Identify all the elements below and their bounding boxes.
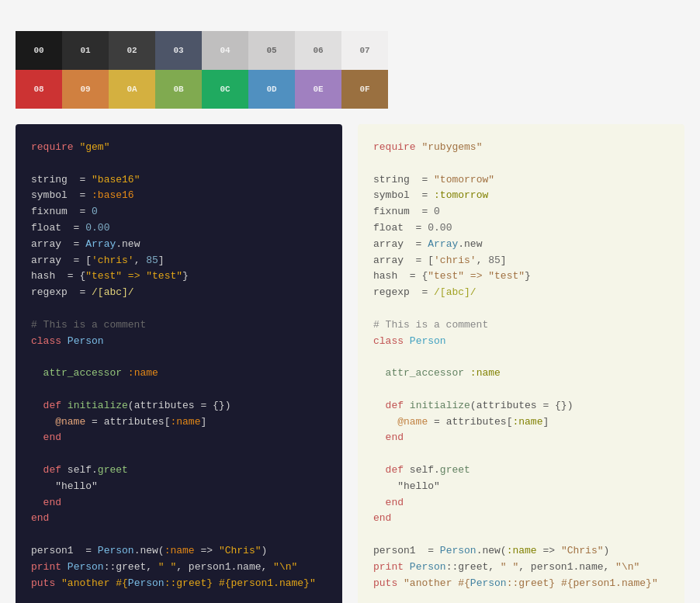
code-line: # This is a comment (31, 317, 327, 334)
code-line (31, 349, 327, 366)
color-row-1: 0001020304050607 (16, 31, 388, 70)
code-line: print Person::greet, " ", person1.name, … (31, 560, 327, 576)
code-line: fixnum = 0 (373, 204, 669, 220)
code-line: attr_accessor :name (373, 366, 669, 382)
color-swatch-06: 06 (295, 31, 341, 70)
code-line: array = Array.new (31, 237, 327, 253)
color-swatch-08: 08 (16, 70, 62, 109)
code-line: end (373, 495, 669, 511)
color-swatch-01: 01 (62, 31, 109, 70)
code-line: "hello" (373, 479, 669, 495)
code-line: string = "base16" (31, 172, 327, 189)
code-line (373, 301, 669, 317)
code-line: require "gem" (31, 140, 327, 156)
code-line: end (31, 430, 327, 446)
color-palette: 0001020304050607 08090A0B0C0D0E0F (16, 31, 388, 109)
code-line: array = ['chris', 85] (31, 253, 327, 269)
code-line (31, 301, 327, 317)
code-line: person1 = Person.new(:name => "Chris") (31, 543, 327, 560)
code-line: regexp = /[abc]/ (31, 285, 327, 301)
code-line: puts "another #{Person::greet} #{person1… (373, 576, 669, 592)
color-swatch-0a: 0A (109, 70, 155, 109)
code-line: string = "tomorrow" (373, 172, 669, 189)
color-swatch-03: 03 (155, 31, 202, 70)
code-line: symbol = :tomorrow (373, 188, 669, 204)
code-line: regexp = /[abc]/ (373, 285, 669, 301)
code-line: print Person::greet, " ", person1.name, … (373, 560, 669, 576)
code-line: attr_accessor :name (31, 366, 327, 382)
code-line: array = ['chris', 85] (373, 253, 669, 269)
code-line (31, 527, 327, 543)
code-panels: require "gem" string = "base16"symbol = … (16, 124, 684, 603)
light-code-panel: require "rubygems" string = "tomorrow"sy… (358, 124, 684, 603)
color-swatch-04: 04 (202, 31, 248, 70)
color-swatch-09: 09 (62, 70, 109, 109)
color-swatch-00: 00 (16, 31, 62, 70)
code-line (373, 527, 669, 543)
color-row-2: 08090A0B0C0D0E0F (16, 70, 388, 109)
code-line: array = Array.new (373, 237, 669, 253)
code-line: def self.greet (31, 463, 327, 479)
code-line: person1 = Person.new(:name => "Chris") (373, 543, 669, 560)
code-line: @name = attributes[:name] (373, 414, 669, 431)
code-line: require "rubygems" (373, 140, 669, 156)
color-swatch-05: 05 (248, 31, 295, 70)
code-line (373, 156, 669, 172)
code-line: end (31, 495, 327, 511)
color-swatch-0e: 0E (295, 70, 341, 109)
color-swatch-0f: 0F (341, 70, 388, 109)
code-line: class Person (373, 334, 669, 350)
code-line (31, 156, 327, 172)
code-line (31, 382, 327, 398)
code-line: end (373, 511, 669, 527)
code-line: class Person (31, 334, 327, 350)
code-line: symbol = :base16 (31, 188, 327, 204)
code-line: fixnum = 0 (31, 204, 327, 220)
code-line: "hello" (31, 479, 327, 495)
code-line: float = 0.00 (373, 220, 669, 237)
code-line (373, 382, 669, 398)
color-swatch-07: 07 (341, 31, 388, 70)
color-swatch-0d: 0D (248, 70, 295, 109)
code-line: puts "another #{Person::greet} #{person1… (31, 576, 327, 592)
code-line (373, 349, 669, 366)
color-swatch-02: 02 (109, 31, 155, 70)
code-line (373, 446, 669, 463)
code-line: def initialize(attributes = {}) (373, 398, 669, 414)
code-line: float = 0.00 (31, 220, 327, 237)
code-line (31, 446, 327, 463)
code-line: def initialize(attributes = {}) (31, 398, 327, 414)
code-line: end (31, 511, 327, 527)
code-line: hash = {"test" => "test"} (31, 269, 327, 285)
color-swatch-0b: 0B (155, 70, 202, 109)
code-line: def self.greet (373, 463, 669, 479)
code-line: end (373, 430, 669, 446)
code-line: @name = attributes[:name] (31, 414, 327, 431)
code-line: hash = {"test" => "test"} (373, 269, 669, 285)
color-swatch-0c: 0C (202, 70, 248, 109)
dark-code-panel: require "gem" string = "base16"symbol = … (16, 124, 342, 603)
code-line: # This is a comment (373, 317, 669, 334)
